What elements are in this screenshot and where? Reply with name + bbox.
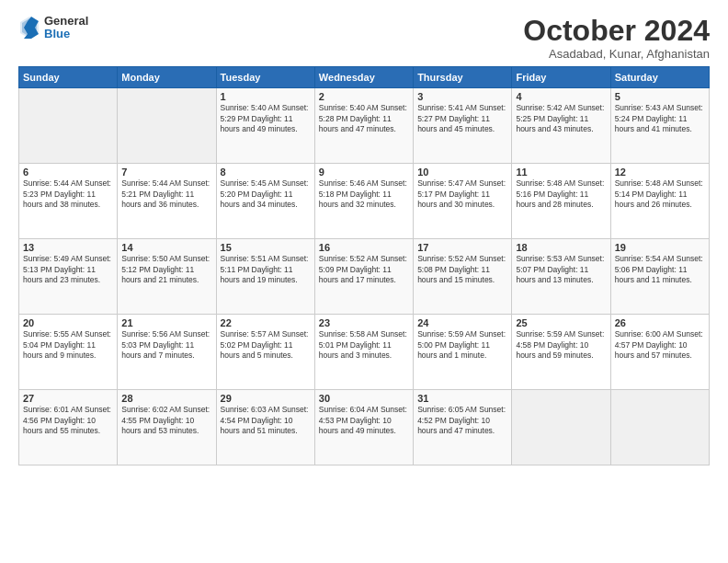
day-number: 20 — [23, 317, 113, 328]
day-number: 24 — [417, 317, 507, 328]
day-cell — [19, 88, 118, 164]
day-cell — [512, 390, 610, 465]
day-cell: 6Sunrise: 5:44 AM Sunset: 5:23 PM Daylig… — [19, 164, 118, 239]
day-cell: 25Sunrise: 5:59 AM Sunset: 4:58 PM Dayli… — [512, 315, 610, 390]
day-info: Sunrise: 6:02 AM Sunset: 4:55 PM Dayligh… — [121, 405, 211, 436]
day-number: 31 — [417, 393, 507, 404]
week-row-2: 6Sunrise: 5:44 AM Sunset: 5:23 PM Daylig… — [19, 164, 710, 239]
day-number: 12 — [615, 167, 705, 178]
day-number: 2 — [319, 91, 409, 102]
calendar-table: SundayMondayTuesdayWednesdayThursdayFrid… — [18, 66, 710, 465]
day-cell — [610, 390, 709, 465]
day-cell: 20Sunrise: 5:55 AM Sunset: 5:04 PM Dayli… — [19, 315, 118, 390]
day-info: Sunrise: 6:03 AM Sunset: 4:54 PM Dayligh… — [221, 405, 311, 436]
week-row-5: 27Sunrise: 6:01 AM Sunset: 4:56 PM Dayli… — [19, 390, 710, 465]
day-number: 19 — [615, 242, 705, 253]
day-cell: 27Sunrise: 6:01 AM Sunset: 4:56 PM Dayli… — [19, 390, 118, 465]
header-row: SundayMondayTuesdayWednesdayThursdayFrid… — [19, 67, 710, 88]
day-cell: 16Sunrise: 5:52 AM Sunset: 5:09 PM Dayli… — [314, 239, 413, 315]
day-number: 10 — [417, 167, 507, 178]
day-cell: 31Sunrise: 6:05 AM Sunset: 4:52 PM Dayli… — [414, 390, 512, 465]
day-info: Sunrise: 5:40 AM Sunset: 5:28 PM Dayligh… — [319, 103, 409, 134]
day-cell: 19Sunrise: 5:54 AM Sunset: 5:06 PM Dayli… — [610, 239, 709, 315]
day-info: Sunrise: 5:46 AM Sunset: 5:18 PM Dayligh… — [319, 178, 409, 210]
day-cell: 23Sunrise: 5:58 AM Sunset: 5:01 PM Dayli… — [314, 315, 413, 390]
day-info: Sunrise: 6:00 AM Sunset: 4:57 PM Dayligh… — [615, 329, 705, 361]
day-cell: 17Sunrise: 5:52 AM Sunset: 5:08 PM Dayli… — [414, 239, 512, 315]
day-cell: 3Sunrise: 5:41 AM Sunset: 5:27 PM Daylig… — [414, 88, 512, 164]
day-info: Sunrise: 5:55 AM Sunset: 5:04 PM Dayligh… — [23, 329, 113, 361]
day-number: 6 — [23, 167, 113, 178]
day-info: Sunrise: 5:48 AM Sunset: 5:14 PM Dayligh… — [615, 178, 705, 210]
month-title: October 2024 — [523, 15, 710, 47]
day-number: 28 — [121, 393, 211, 404]
header-cell-sunday: Sunday — [19, 67, 118, 88]
day-cell: 15Sunrise: 5:51 AM Sunset: 5:11 PM Dayli… — [216, 239, 314, 315]
logo-text: General Blue — [44, 15, 88, 41]
day-info: Sunrise: 5:56 AM Sunset: 5:03 PM Dayligh… — [121, 329, 211, 361]
location: Asadabad, Kunar, Afghanistan — [523, 47, 710, 61]
day-info: Sunrise: 5:48 AM Sunset: 5:16 PM Dayligh… — [516, 178, 606, 210]
logo: General Blue — [18, 15, 88, 41]
week-row-3: 13Sunrise: 5:49 AM Sunset: 5:13 PM Dayli… — [19, 239, 710, 315]
header-cell-saturday: Saturday — [610, 67, 709, 88]
page: General Blue October 2024 Asadabad, Kuna… — [0, 0, 728, 477]
header-cell-monday: Monday — [118, 67, 216, 88]
day-number: 8 — [221, 167, 311, 178]
day-number: 1 — [221, 91, 311, 102]
logo-icon — [18, 15, 40, 40]
header-cell-thursday: Thursday — [414, 67, 512, 88]
day-number: 27 — [23, 393, 113, 404]
day-cell: 24Sunrise: 5:59 AM Sunset: 5:00 PM Dayli… — [414, 315, 512, 390]
day-cell: 5Sunrise: 5:43 AM Sunset: 5:24 PM Daylig… — [610, 88, 709, 164]
day-cell: 13Sunrise: 5:49 AM Sunset: 5:13 PM Dayli… — [19, 239, 118, 315]
day-number: 16 — [319, 242, 409, 253]
day-info: Sunrise: 5:45 AM Sunset: 5:20 PM Dayligh… — [221, 178, 311, 210]
day-number: 26 — [615, 317, 705, 328]
week-row-4: 20Sunrise: 5:55 AM Sunset: 5:04 PM Dayli… — [19, 315, 710, 390]
day-number: 29 — [221, 393, 311, 404]
day-info: Sunrise: 6:04 AM Sunset: 4:53 PM Dayligh… — [319, 405, 409, 436]
day-cell: 10Sunrise: 5:47 AM Sunset: 5:17 PM Dayli… — [414, 164, 512, 239]
day-cell: 12Sunrise: 5:48 AM Sunset: 5:14 PM Dayli… — [610, 164, 709, 239]
day-info: Sunrise: 6:05 AM Sunset: 4:52 PM Dayligh… — [417, 405, 507, 436]
day-info: Sunrise: 5:54 AM Sunset: 5:06 PM Dayligh… — [615, 254, 705, 285]
day-number: 5 — [615, 91, 705, 102]
header-cell-friday: Friday — [512, 67, 610, 88]
day-info: Sunrise: 5:58 AM Sunset: 5:01 PM Dayligh… — [319, 329, 409, 361]
day-info: Sunrise: 5:50 AM Sunset: 5:12 PM Dayligh… — [121, 254, 211, 285]
header-cell-tuesday: Tuesday — [216, 67, 314, 88]
day-info: Sunrise: 5:42 AM Sunset: 5:25 PM Dayligh… — [516, 103, 606, 134]
day-cell: 8Sunrise: 5:45 AM Sunset: 5:20 PM Daylig… — [216, 164, 314, 239]
day-info: Sunrise: 5:40 AM Sunset: 5:29 PM Dayligh… — [221, 103, 311, 134]
day-number: 7 — [121, 167, 211, 178]
day-info: Sunrise: 5:44 AM Sunset: 5:23 PM Dayligh… — [23, 178, 113, 210]
day-cell: 30Sunrise: 6:04 AM Sunset: 4:53 PM Dayli… — [314, 390, 413, 465]
day-cell: 9Sunrise: 5:46 AM Sunset: 5:18 PM Daylig… — [314, 164, 413, 239]
day-info: Sunrise: 5:47 AM Sunset: 5:17 PM Dayligh… — [417, 178, 507, 210]
day-number: 22 — [221, 317, 311, 328]
day-cell: 29Sunrise: 6:03 AM Sunset: 4:54 PM Dayli… — [216, 390, 314, 465]
day-cell: 7Sunrise: 5:44 AM Sunset: 5:21 PM Daylig… — [118, 164, 216, 239]
day-number: 14 — [121, 242, 211, 253]
day-number: 3 — [417, 91, 507, 102]
day-info: Sunrise: 6:01 AM Sunset: 4:56 PM Dayligh… — [23, 405, 113, 436]
header: General Blue October 2024 Asadabad, Kuna… — [18, 15, 710, 61]
day-number: 4 — [516, 91, 606, 102]
day-cell: 28Sunrise: 6:02 AM Sunset: 4:55 PM Dayli… — [118, 390, 216, 465]
day-info: Sunrise: 5:59 AM Sunset: 5:00 PM Dayligh… — [417, 329, 507, 361]
day-info: Sunrise: 5:49 AM Sunset: 5:13 PM Dayligh… — [23, 254, 113, 285]
day-number: 15 — [221, 242, 311, 253]
day-number: 30 — [319, 393, 409, 404]
day-info: Sunrise: 5:52 AM Sunset: 5:08 PM Dayligh… — [417, 254, 507, 285]
day-number: 11 — [516, 167, 606, 178]
day-cell: 18Sunrise: 5:53 AM Sunset: 5:07 PM Dayli… — [512, 239, 610, 315]
day-cell: 26Sunrise: 6:00 AM Sunset: 4:57 PM Dayli… — [610, 315, 709, 390]
day-cell: 4Sunrise: 5:42 AM Sunset: 5:25 PM Daylig… — [512, 88, 610, 164]
day-info: Sunrise: 5:57 AM Sunset: 5:02 PM Dayligh… — [221, 329, 311, 361]
day-number: 25 — [516, 317, 606, 328]
header-cell-wednesday: Wednesday — [314, 67, 413, 88]
day-info: Sunrise: 5:43 AM Sunset: 5:24 PM Dayligh… — [615, 103, 705, 134]
day-cell: 21Sunrise: 5:56 AM Sunset: 5:03 PM Dayli… — [118, 315, 216, 390]
day-info: Sunrise: 5:53 AM Sunset: 5:07 PM Dayligh… — [516, 254, 606, 285]
